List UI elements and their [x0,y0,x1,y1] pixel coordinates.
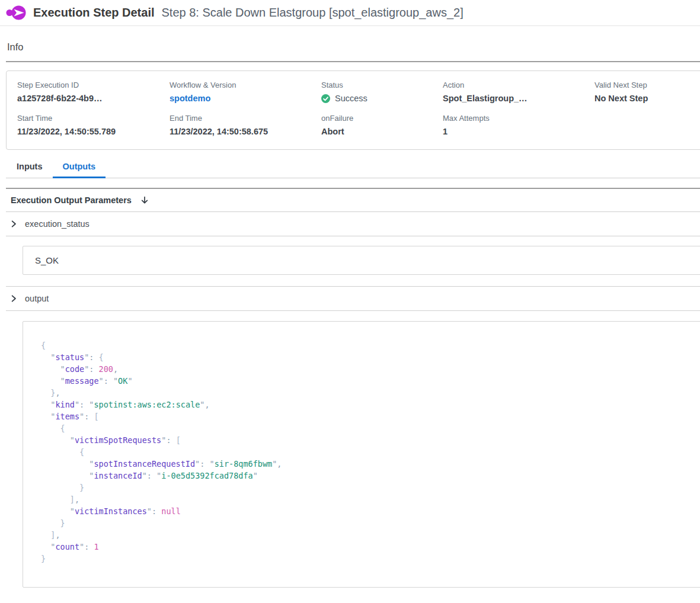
page-header: Execution Step Detail Step 8: Scale Down… [0,0,700,26]
chevron-right-icon[interactable] [9,220,18,228]
field-status: Status Success [321,81,443,103]
step-subtitle: Step 8: Scale Down Elastgroup [spot_elas… [162,6,464,20]
step-execution-id-value: a125728f-6b22-4b9… [17,94,170,103]
tab-bar: Inputs Outputs [6,158,700,178]
field-max-attempts: Max Attempts 1 [443,114,594,136]
execution-status-label: execution_status [25,219,90,229]
max-attempts-value: 1 [443,127,594,136]
execution-status-row[interactable]: execution_status [6,212,700,236]
tab-outputs[interactable]: Outputs [53,158,106,178]
output-parameters-title: Execution Output Parameters [11,195,132,205]
success-check-icon [321,94,330,103]
info-fields-grid: Step Execution ID a125728f-6b22-4b9… Wor… [17,81,691,136]
chevron-right-icon[interactable] [9,294,18,303]
info-divider [6,61,700,62]
action-value: Spot_Elastigroup_… [443,94,594,103]
info-card: Step Execution ID a125728f-6b22-4b9… Wor… [6,70,700,150]
valid-next-step-value: No Next Step [594,94,691,103]
field-action: Action Spot_Elastigroup_… [443,81,594,103]
field-step-execution-id: Step Execution ID a125728f-6b22-4b9… [17,81,170,103]
field-workflow-version: Workflow & Version spotdemo [170,81,321,103]
status-text: Success [335,94,367,103]
onfailure-value: Abort [321,127,443,136]
app-logo-icon [6,5,26,21]
output-label: output [25,294,49,303]
execution-status-value-box: S_OK [23,246,700,275]
tab-inputs[interactable]: Inputs [7,158,53,178]
info-section-title: Info [7,41,700,53]
page-title: Execution Step Detail [33,6,155,20]
output-json-code: { "status": { "code": 200, "message": "O… [41,339,690,564]
arrow-down-icon[interactable] [140,195,149,205]
execution-status-value: S_OK [35,255,59,265]
start-time-value: 11/23/2022, 14:50:55.789 [17,127,170,136]
field-end-time: End Time 11/23/2022, 14:50:58.675 [170,114,321,136]
field-onfailure: onFailure Abort [321,114,443,136]
output-json-box: { "status": { "code": 200, "message": "O… [23,321,700,588]
tabs-gap [6,178,700,188]
status-value: Success [321,94,443,103]
end-time-value: 11/23/2022, 14:50:58.675 [170,127,321,136]
output-row[interactable]: output [6,287,700,311]
field-start-time: Start Time 11/23/2022, 14:50:55.789 [17,114,170,136]
field-valid-next-step: Valid Next Step No Next Step [594,81,691,103]
workflow-link[interactable]: spotdemo [170,94,321,103]
output-parameters-header: Execution Output Parameters [6,189,700,212]
field-empty [594,114,691,136]
